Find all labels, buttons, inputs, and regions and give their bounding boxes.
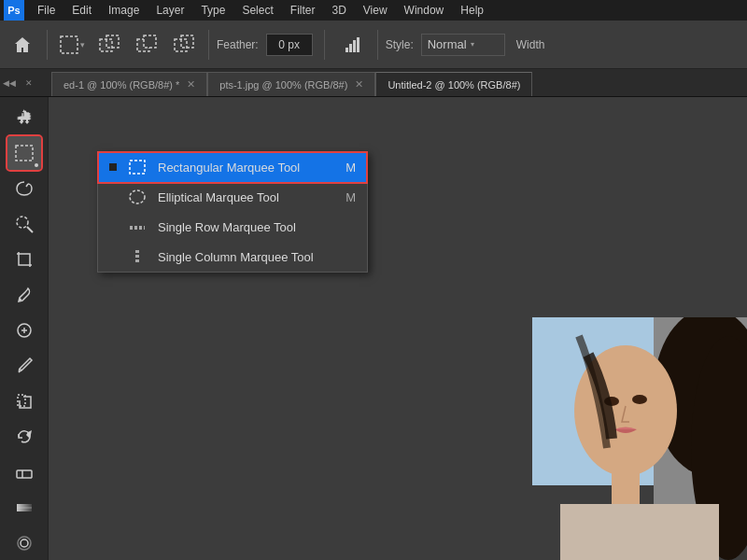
photo-svg (532, 317, 747, 560)
svg-point-15 (19, 299, 21, 301)
menu-window[interactable]: Window (397, 2, 452, 19)
tabs-collapse-right[interactable]: ✕ (21, 69, 37, 97)
tabs-collapse-left[interactable]: ◀◀ (0, 69, 19, 97)
home-button[interactable] (6, 28, 39, 62)
flyout-ellip-marquee[interactable]: Elliptical Marquee Tool M (98, 182, 367, 212)
menu-file[interactable]: File (30, 2, 63, 19)
style-label: Style: (386, 38, 414, 51)
tab-ed1[interactable]: ed-1 @ 100% (RGB/8#) * ✕ (51, 72, 207, 96)
add-selection-button[interactable] (92, 28, 126, 62)
tool-marquee[interactable] (7, 136, 41, 170)
menu-view[interactable]: View (356, 2, 395, 19)
toolbar-sep-4 (377, 30, 378, 60)
lasso-tool-icon (15, 179, 34, 198)
tool-move[interactable]: ✛ (7, 101, 41, 134)
svg-rect-8 (349, 44, 352, 52)
svg-rect-9 (353, 40, 356, 52)
ps-logo: Ps (4, 0, 24, 21)
brush-tool-icon (15, 357, 34, 375)
tool-clone[interactable] (7, 385, 41, 418)
tool-blur[interactable] (7, 526, 41, 560)
sidebar: ✛ (0, 97, 49, 560)
svg-rect-17 (17, 470, 32, 478)
anti-alias-icon (343, 35, 363, 55)
marquee-rect-option[interactable]: ▾ (55, 28, 89, 62)
subtract-selection-icon (136, 35, 157, 55)
new-selection-icon (59, 35, 79, 55)
width-label: Width (516, 38, 545, 51)
tool-eraser[interactable] (7, 455, 41, 489)
flyout-row-marquee[interactable]: Single Row Marquee Tool (98, 212, 367, 242)
tabs-bar: ◀◀ ✕ ed-1 @ 100% (RGB/8#) * ✕ pts-1.jpg … (0, 69, 747, 97)
toolbar-sep-3 (324, 30, 325, 60)
ellip-marquee-shortcut: M (345, 190, 356, 204)
menu-filter[interactable]: Filter (283, 2, 323, 19)
crop-tool-icon (15, 250, 34, 269)
svg-rect-0 (61, 36, 78, 53)
ellip-marquee-label: Elliptical Marquee Tool (158, 190, 334, 204)
tool-lasso[interactable] (7, 172, 41, 205)
intersect-selection-button[interactable] (167, 28, 201, 62)
tool-flyout: Rectangular Marquee Tool M Elliptical Ma… (97, 151, 368, 273)
svg-rect-38 (560, 504, 719, 560)
toolbar: ▾ Feather: Style: Normal (0, 21, 747, 69)
menu-help[interactable]: Help (453, 2, 491, 19)
menu-bar: Ps File Edit Image Layer Type Select Fil… (0, 0, 747, 21)
svg-point-13 (17, 217, 28, 228)
tab-close-2[interactable]: ✕ (355, 78, 363, 91)
gradient-tool-icon (15, 498, 34, 517)
rect-marquee-shortcut: M (345, 161, 356, 175)
svg-text:✛: ✛ (18, 111, 27, 124)
svg-rect-12 (16, 146, 33, 161)
tool-crop[interactable] (7, 243, 41, 276)
svg-point-27 (130, 190, 145, 203)
menu-layer[interactable]: Layer (148, 2, 191, 19)
style-dropdown[interactable]: Normal ▾ (421, 34, 505, 56)
subtract-selection-button[interactable] (130, 28, 163, 62)
tool-history[interactable] (7, 420, 41, 454)
tab-untitled2[interactable]: Untitled-2 @ 100% (RGB/8#) (375, 72, 532, 96)
main-area: ✛ (0, 97, 747, 560)
col-marquee-label: Single Column Marquee Tool (158, 250, 345, 264)
intersect-selection-icon (174, 35, 194, 55)
tool-has-submenu-dot (35, 163, 38, 167)
tab-close-1[interactable]: ✕ (187, 78, 195, 91)
move-tool-icon: ✛ (15, 108, 34, 127)
svg-point-22 (21, 539, 28, 547)
menu-select[interactable]: Select (234, 2, 280, 19)
spacer3 (109, 253, 117, 260)
history-tool-icon (15, 427, 34, 446)
row-marquee-flyout-icon (128, 218, 147, 235)
menu-type[interactable]: Type (193, 2, 233, 19)
row-marquee-label: Single Row Marquee Tool (158, 220, 345, 234)
anti-alias-button[interactable] (336, 28, 370, 62)
tool-heal[interactable] (7, 314, 41, 347)
rect-marquee-label: Rectangular Marquee Tool (158, 161, 334, 175)
svg-rect-10 (357, 37, 359, 52)
photo-preview (532, 317, 747, 560)
tool-gradient[interactable] (7, 491, 41, 525)
tool-brush[interactable] (7, 349, 41, 383)
tool-eyedrop[interactable] (7, 278, 41, 312)
toolbar-sep-2 (208, 30, 209, 60)
quick-select-tool-icon (14, 214, 35, 234)
menu-edit[interactable]: Edit (64, 2, 99, 19)
menu-image[interactable]: Image (101, 2, 147, 19)
flyout-rect-marquee[interactable]: Rectangular Marquee Tool M (98, 152, 367, 182)
toolbar-sep-1 (47, 30, 48, 60)
home-icon (13, 35, 32, 54)
flyout-col-marquee[interactable]: Single Column Marquee Tool (98, 242, 367, 272)
spacer2 (109, 223, 117, 231)
svg-point-40 (632, 395, 647, 404)
svg-rect-4 (144, 35, 156, 48)
menu-3d[interactable]: 3D (324, 2, 353, 19)
tab-pts1[interactable]: pts-1.jpg @ 100% (RGB/8#) ✕ (207, 72, 375, 96)
canvas-area: Rectangular Marquee Tool M Elliptical Ma… (49, 97, 747, 560)
heal-tool-icon (15, 321, 34, 340)
svg-point-21 (18, 537, 31, 550)
tool-quick-select[interactable] (7, 207, 41, 241)
col-marquee-flyout-icon (128, 248, 147, 265)
rect-marquee-flyout-icon (128, 159, 147, 175)
feather-input[interactable] (266, 34, 313, 56)
marquee-tool-icon (15, 145, 34, 161)
